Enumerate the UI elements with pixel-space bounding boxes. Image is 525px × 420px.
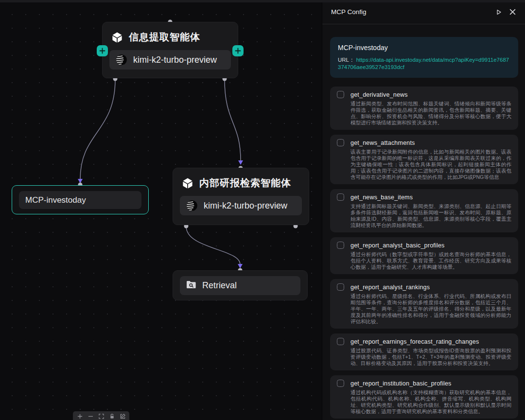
tool-name: get_report_analyst_rankings — [350, 284, 430, 291]
mcp-server-url-link[interactable]: https://data-api.investoday.net/data/mcp… — [338, 57, 509, 70]
edge-arrow-icon — [238, 160, 243, 165]
agent-cube-icon — [111, 32, 123, 43]
edge-info-to-mcp[interactable] — [80, 79, 115, 179]
annotate-icon[interactable] — [120, 413, 125, 419]
tool-checkbox[interactable] — [337, 338, 344, 345]
tool-card: get_news_base_items 支持通过新闻标题关键词、新闻类型、来源类… — [330, 189, 518, 232]
node-research-agent[interactable]: 内部研报检索智能体 kimi-k2-turbo-preview — [173, 168, 309, 225]
tool-checkbox[interactable] — [337, 242, 344, 249]
tool-card: get_report_earnings_forecast_rating_chan… — [330, 333, 518, 370]
edge-arrow-icon — [78, 179, 83, 183]
moonshot-logo-icon — [186, 199, 198, 212]
node-retrieval[interactable]: Retrieval — [173, 270, 308, 300]
node-title: 内部研报检索智能体 — [199, 176, 291, 190]
model-name: kimi-k2-turbo-preview — [133, 55, 217, 65]
model-selector[interactable]: kimi-k2-turbo-preview — [180, 196, 302, 215]
tool-checkbox[interactable] — [337, 283, 344, 291]
run-icon[interactable] — [495, 8, 502, 16]
tool-list: get_derivative_news 通过新闻类型、发布时间范围、标题关键词、… — [330, 87, 518, 420]
mcp-server-card: MCP-investoday URL： https://data-api.inv… — [330, 37, 518, 78]
tool-description: 通过机构代码或机构名称（支持模糊查询）获取研究机构的基本信息，包括机构代码、机构… — [350, 389, 511, 415]
lock-icon[interactable] — [109, 413, 115, 419]
model-selector[interactable]: kimi-k2-turbo-preview — [109, 50, 231, 70]
node-mcp-investoday[interactable]: MCP-investoday — [12, 185, 149, 214]
tool-card: get_report_institution_basic_profiles 通过… — [330, 375, 518, 419]
tool-checkbox[interactable] — [337, 380, 344, 387]
url-label: URL： — [338, 57, 355, 63]
close-icon[interactable] — [509, 8, 516, 16]
tool-checkbox[interactable] — [337, 139, 344, 146]
panel-title: MCP Config — [331, 8, 367, 16]
tool-description: 通过新闻类型、发布时间范围、标题关键词、情绪倾向和新闻等级等条件筛选，获取金融衍… — [350, 101, 511, 126]
zoom-in-icon[interactable] — [77, 413, 83, 419]
model-name: kimi-k2-turbo-preview — [204, 201, 287, 211]
window-top-edge — [0, 0, 525, 2]
tool-card: get_news_attachments 该表主要用于记录新闻附件的信息，比如与… — [330, 135, 518, 184]
tool-name: get_derivative_news — [350, 91, 408, 98]
tool-description: 通过分析师代码、星级排名、行业体系、行业代码、所属机构或发布日期范围等条件，查询… — [350, 293, 511, 325]
tool-description: 支持通过新闻标题关键词、新闻类型、来源类别、信息源、起止日期等多条件筛选财经新闻… — [350, 203, 511, 228]
tool-card: get_report_analyst_basic_profiles 通过分析师代… — [330, 237, 518, 274]
panel-body[interactable]: MCP-investoday URL： https://data-api.inv… — [322, 24, 525, 420]
edge-info-to-research[interactable] — [225, 79, 241, 160]
edge-arrow-icon — [238, 264, 243, 268]
tool-name: get_news_base_items — [350, 194, 413, 201]
tool-card: get_report_analyst_rankings 通过分析师代码、星级排名… — [330, 279, 518, 329]
moonshot-logo-icon — [115, 53, 128, 66]
tool-checkbox[interactable] — [337, 193, 344, 201]
mcp-config-panel: MCP Config MCP-investoday URL： https://d… — [322, 0, 525, 420]
flow-canvas[interactable]: 信息提取智能体 kimi-k2-turbo-preview — [0, 0, 322, 420]
edge-research-to-retrieval[interactable] — [186, 227, 240, 264]
node-title: 信息提取智能体 — [129, 31, 200, 44]
app-window: 信息提取智能体 kimi-k2-turbo-preview — [0, 0, 525, 420]
tool-description: 该表主要用于记录新闻附件的信息，比如与新闻相关的图片数据。该表包含用于记录新闻的… — [350, 149, 511, 180]
node-info-extract-agent[interactable]: 信息提取智能体 kimi-k2-turbo-preview — [102, 22, 238, 78]
tool-card: get_derivative_news 通过新闻类型、发布时间范围、标题关键词、… — [330, 87, 518, 130]
tool-description: 通过分析师代码（数字型或字符串型）或姓名查询分析师的基本信息，包括个人资料、联系… — [350, 251, 511, 270]
tool-description: 通过股票代码、证券类型、市场类型或报告ID查询股票的盈利预测和投资评级变动数据，… — [350, 348, 511, 367]
zoom-out-icon[interactable] — [88, 413, 93, 419]
tool-name: get_news_attachments — [350, 140, 415, 146]
canvas-toolbar — [73, 411, 129, 420]
agent-cube-icon — [182, 177, 193, 189]
retrieval-node-label: Retrieval — [202, 280, 237, 291]
tool-checkbox[interactable] — [337, 91, 344, 98]
tool-name: get_report_institution_basic_profiles — [350, 380, 452, 387]
add-node-left-button[interactable] — [97, 45, 108, 56]
folder-search-icon — [186, 280, 197, 292]
tool-name: get_report_analyst_basic_profiles — [350, 242, 445, 249]
mcp-node-label[interactable]: MCP-investoday — [19, 191, 141, 209]
panel-header: MCP Config — [322, 0, 525, 24]
mcp-server-name: MCP-investoday — [338, 44, 510, 52]
add-node-right-button[interactable] — [232, 45, 244, 56]
fit-view-icon[interactable] — [98, 413, 104, 419]
tool-name: get_report_earnings_forecast_rating_chan… — [350, 338, 479, 345]
